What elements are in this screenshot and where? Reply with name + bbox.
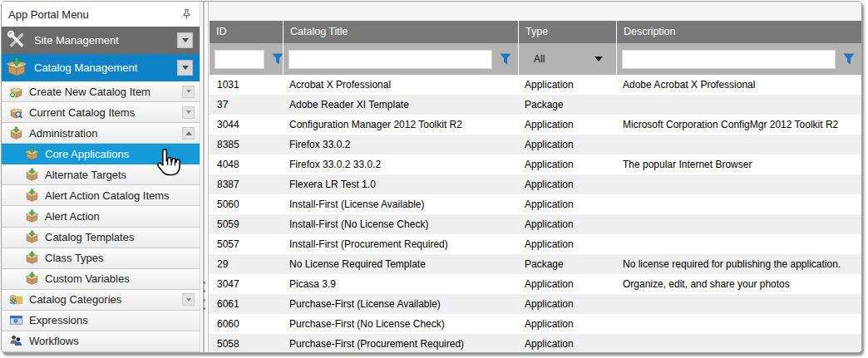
splitter-grip-icon[interactable]	[202, 282, 206, 310]
sidebar-item-alert-action-catalog-items[interactable]: Alert Action Catalog Items	[2, 185, 200, 206]
type-filter-dropdown[interactable]: All	[518, 43, 616, 75]
cell-title: Flexera LR Test 1.0	[283, 174, 518, 194]
sidebar-item-alternate-targets[interactable]: Alternate Targets	[2, 164, 200, 185]
cell-title: Purchase-First (Procurement Required)	[283, 334, 518, 352]
title-filter-input[interactable]	[289, 50, 492, 69]
box-arrow-icon	[6, 56, 28, 79]
table-row[interactable]: 5057Install-First (Procurement Required)…	[209, 234, 861, 254]
sidebar-item-label: Catalog Templates	[45, 231, 195, 243]
pin-icon[interactable]	[180, 7, 193, 21]
cell-title: Purchase-First (License Available)	[283, 294, 518, 314]
cell-description	[616, 314, 861, 334]
box-search-icon	[9, 105, 23, 120]
cell-type: Application	[518, 214, 616, 234]
sidebar-item-label: Alert Action Catalog Items	[45, 189, 195, 202]
chevron-down-icon[interactable]	[182, 106, 195, 119]
cell-description	[616, 95, 861, 115]
table-row[interactable]: 6061Purchase-First (License Available)Ap…	[209, 294, 861, 314]
table-row[interactable]: 8387Flexera LR Test 1.0Application	[209, 174, 861, 194]
cell-title: Install-First (License Available)	[283, 194, 518, 214]
cell-title: Picasa 3.9	[283, 274, 518, 294]
sidebar-header: App Portal Menu	[2, 2, 200, 27]
table-row[interactable]: 5060Install-First (License Available)App…	[209, 194, 861, 214]
sidebar-item-label: Administration	[29, 127, 182, 140]
sidebar-item-label: Workflows	[29, 335, 195, 347]
sidebar-item-create-new-catalog-item[interactable]: Create New Catalog Item	[2, 81, 200, 102]
cell-title: Adobe Reader XI Template	[283, 95, 518, 115]
table-row[interactable]: 3047Picasa 3.9ApplicationOrganize, edit,…	[209, 274, 861, 294]
cell-description	[616, 194, 861, 214]
app-portal-menu-sidebar: App Portal Menu Site ManagementCatalog M…	[2, 2, 200, 352]
cell-title: Install-First (Procurement Required)	[283, 234, 518, 254]
sidebar-item-label: Catalog Categories	[29, 293, 182, 306]
sidebar-item-administration[interactable]: Administration	[2, 123, 200, 144]
table-row[interactable]: 29No License Required TemplatePackageNo …	[209, 254, 861, 274]
chevron-down-icon[interactable]	[177, 32, 193, 48]
id-filter-input[interactable]	[215, 50, 264, 69]
cell-id: 5059	[209, 214, 283, 234]
cell-type: Application	[518, 115, 616, 135]
box-arrow-icon	[25, 230, 39, 244]
splitter[interactable]	[200, 2, 208, 352]
app-window: App Portal Menu Site ManagementCatalog M…	[1, 1, 862, 353]
cell-type: Application	[518, 234, 616, 254]
table-row[interactable]: 3044Configuration Manager 2012 Toolkit R…	[209, 115, 861, 135]
sidebar-item-alert-action[interactable]: Alert Action	[2, 206, 200, 227]
sidebar-section-catalog-management[interactable]: Catalog Management	[2, 54, 200, 81]
filter-funnel-icon[interactable]	[500, 53, 511, 65]
cell-id: 5057	[209, 234, 283, 254]
table-row[interactable]: 5059Install-First (No License Check)Appl…	[209, 214, 861, 234]
cell-type: Application	[518, 154, 616, 174]
table-row[interactable]: 4048Firefox 33.0.2 33.0.2ApplicationThe …	[209, 154, 861, 174]
cell-type: Application	[518, 194, 616, 214]
chevron-down-icon[interactable]	[177, 60, 193, 76]
sidebar-item-label: Alternate Targets	[45, 169, 195, 181]
box-plus-icon	[9, 85, 23, 99]
chevron-down-icon[interactable]	[182, 86, 195, 98]
sidebar-item-expressions[interactable]: Expressions	[2, 311, 200, 331]
cell-type: Application	[518, 274, 616, 294]
sidebar-item-workflows[interactable]: Workflows	[2, 331, 200, 352]
box-arrow-icon	[25, 209, 39, 223]
cell-id: 5060	[209, 194, 283, 214]
filter-funnel-icon[interactable]	[843, 53, 855, 65]
table-row[interactable]: 5058Purchase-First (Procurement Required…	[209, 334, 861, 352]
description-filter-cell	[616, 43, 861, 75]
cell-title: Firefox 33.0.2	[283, 135, 518, 154]
sidebar-item-class-types[interactable]: Class Types	[2, 248, 200, 269]
sidebar-item-core-applications[interactable]: Core Applications	[2, 144, 200, 164]
cell-description: Organize, edit, and share your photos	[616, 274, 861, 294]
cell-description	[616, 234, 861, 254]
cell-title: Install-First (No License Check)	[283, 214, 518, 234]
sidebar-item-label: Class Types	[45, 252, 195, 264]
grid-filter-row: All	[209, 43, 861, 75]
column-header-id[interactable]: ID	[209, 21, 283, 43]
chevron-down-icon[interactable]	[182, 293, 195, 306]
box-arrow-icon	[25, 272, 39, 286]
sidebar-section-site-management[interactable]: Site Management	[2, 27, 200, 54]
chevron-up-icon[interactable]	[182, 127, 195, 140]
sidebar-item-custom-variables[interactable]: Custom Variables	[2, 269, 200, 290]
column-header-type[interactable]: Type	[518, 21, 616, 43]
tools-icon	[6, 29, 28, 51]
window-icon	[9, 313, 23, 327]
table-row[interactable]: 37Adobe Reader XI TemplatePackage	[209, 95, 861, 115]
column-header-title[interactable]: Catalog Title	[283, 21, 518, 43]
cell-description: The popular Internet Browser	[616, 154, 861, 174]
sidebar-item-catalog-templates[interactable]: Catalog Templates	[2, 228, 200, 248]
sidebar-item-current-catalog-items[interactable]: Current Catalog Items	[2, 102, 200, 123]
sidebar-item-catalog-categories[interactable]: Catalog Categories	[2, 290, 200, 311]
column-header-description[interactable]: Description	[616, 21, 861, 43]
cell-type: Application	[518, 314, 616, 334]
description-filter-input[interactable]	[622, 50, 836, 69]
table-row[interactable]: 6060Purchase-First (No License Check)App…	[209, 314, 861, 334]
catalog-grid-panel: IDCatalog TitleTypeDescription All 1031A…	[208, 2, 861, 352]
cell-id: 3047	[209, 274, 283, 294]
filter-funnel-icon[interactable]	[272, 53, 284, 65]
cell-description	[616, 214, 861, 234]
sidebar-title: App Portal Menu	[8, 8, 180, 21]
table-row[interactable]: 1031Acrobat X ProfessionalApplicationAdo…	[209, 75, 861, 95]
box-arrow-icon	[25, 147, 39, 161]
table-row[interactable]: 8385Firefox 33.0.2Application	[209, 135, 861, 154]
cell-title: Purchase-First (No License Check)	[283, 314, 518, 334]
